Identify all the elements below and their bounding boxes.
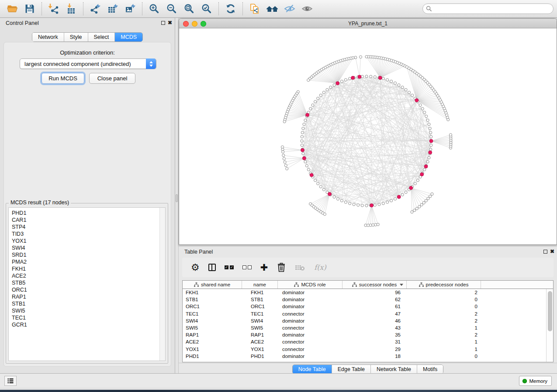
mcds-result-item[interactable]: SRD1 — [9, 251, 159, 258]
refresh-view-button[interactable] — [222, 1, 239, 16]
tab-mcds[interactable]: MCDS — [115, 33, 142, 41]
node-table-header-row: shared name name MCDS role successor nod… — [183, 281, 553, 289]
export-image-button[interactable] — [121, 1, 139, 16]
open-session-button[interactable] — [3, 1, 21, 16]
control-panel-close-button[interactable]: ✖ — [168, 19, 172, 26]
show-columns-button[interactable] — [208, 261, 216, 274]
mcds-result-item[interactable]: PHD1 — [9, 210, 159, 217]
table-row[interactable]: ACE2ACE2connector311 — [183, 338, 553, 345]
add-column-button[interactable]: ✚ — [260, 261, 268, 274]
zoom-out-button[interactable] — [163, 1, 180, 16]
table-row[interactable]: SWI5SWI5connector431 — [183, 324, 553, 331]
table-panel-close-button[interactable]: ✖ — [550, 248, 554, 255]
table-cell: ORC1 — [242, 304, 278, 309]
table-cell: ORC1 — [183, 304, 242, 309]
tab-network[interactable]: Network — [32, 33, 64, 41]
mcds-result-list[interactable]: PHD1CAR1STP4TID3YOX1SWI4SRD1PMA2FKH1ACE2… — [8, 207, 166, 361]
tab-motifs[interactable]: Motifs — [417, 365, 443, 374]
mcds-result-item[interactable]: RAP1 — [9, 293, 159, 300]
zoom-in-button[interactable] — [145, 1, 163, 16]
optimization-criterion-label: Optimization criterion: — [4, 49, 171, 56]
table-cell: SWI5 — [242, 325, 278, 330]
control-panel-float-button[interactable] — [161, 21, 165, 25]
column-header-name[interactable]: name — [242, 281, 278, 289]
node-table-scrollbar[interactable] — [546, 289, 553, 362]
mcds-result-item[interactable]: STP4 — [9, 224, 159, 230]
table-row[interactable]: YOX1YOX1connector291 — [183, 346, 553, 353]
mcds-result-item[interactable]: SWI5 — [9, 307, 159, 314]
column-header-successor-nodes[interactable]: successor nodes — [343, 281, 407, 289]
deselect-all-columns-button[interactable] — [242, 261, 252, 274]
import-network-button[interactable] — [45, 1, 62, 16]
column-header-shared-name[interactable]: shared name — [183, 281, 242, 289]
toolbar-separator — [242, 2, 243, 15]
table-row[interactable]: STB1STB1dominator620 — [183, 296, 553, 303]
mcds-result-item[interactable]: ACE2 — [9, 272, 159, 279]
delete-table-button-disabled[interactable] — [295, 261, 305, 274]
import-table-button[interactable] — [62, 1, 80, 16]
export-table-button[interactable] — [104, 1, 121, 16]
table-cell: STB1 — [183, 297, 242, 302]
tab-select[interactable]: Select — [88, 33, 115, 41]
tab-network-table[interactable]: Network Table — [371, 365, 417, 374]
mcds-result-item[interactable]: TEC1 — [9, 314, 159, 321]
mcds-result-item[interactable]: STB5 — [9, 279, 159, 286]
table-row[interactable]: SWI4SWI4dominator462 — [183, 317, 553, 324]
run-mcds-button[interactable]: Run MCDS — [42, 73, 84, 84]
export-network-button[interactable] — [86, 1, 104, 16]
table-row[interactable]: TEC1TEC1connector472 — [183, 310, 553, 317]
show-all-button[interactable] — [298, 1, 316, 16]
hide-selected-button[interactable] — [281, 1, 298, 16]
panel-splitter[interactable] — [175, 18, 179, 373]
table-panel-float-button[interactable] — [543, 250, 547, 254]
save-session-button[interactable] — [21, 1, 38, 16]
mcds-result-item[interactable]: FKH1 — [9, 265, 159, 272]
mcds-result-item[interactable]: ORC1 — [9, 286, 159, 293]
select-all-columns-button[interactable]: ✓✓ — [225, 261, 234, 274]
table-cell: dominator — [278, 354, 343, 359]
table-row[interactable]: PHD1PHD1dominator180 — [183, 353, 553, 360]
table-cell: SWI4 — [183, 318, 242, 323]
memory-status-button[interactable]: Memory — [519, 376, 552, 386]
task-history-button[interactable] — [4, 376, 17, 386]
function-builder-button-disabled[interactable]: f(x) — [314, 261, 326, 274]
table-settings-button[interactable]: ⚙ — [191, 261, 200, 274]
mcds-result-item[interactable]: PMA2 — [9, 258, 159, 265]
mcds-result-item[interactable]: TID3 — [9, 230, 159, 237]
table-cell: connector — [278, 347, 343, 352]
first-neighbors-button[interactable] — [263, 1, 281, 16]
clone-network-button[interactable] — [246, 1, 263, 16]
table-row[interactable]: ORC1ORC1dominator610 — [183, 303, 553, 310]
table-cell: 31 — [343, 339, 407, 344]
mcds-result-item[interactable]: CAR1 — [9, 217, 159, 224]
column-type-icon — [419, 282, 424, 287]
table-cell: dominator — [278, 318, 343, 323]
mcds-result-item[interactable]: YOX1 — [9, 237, 159, 244]
table-row[interactable]: RAP1RAP1dominator352 — [183, 331, 553, 338]
close-panel-button[interactable]: Close panel — [89, 73, 135, 84]
table-cell: 96 — [343, 290, 407, 295]
network-canvas[interactable] — [179, 28, 557, 244]
optimization-criterion-select[interactable]: largest connected component (undirected) — [20, 58, 156, 69]
tab-node-table[interactable]: Node Table — [293, 365, 332, 374]
mcds-result-item[interactable]: SWI4 — [9, 244, 159, 251]
scrollbar-thumb[interactable] — [548, 291, 552, 331]
column-header-predecessor-nodes[interactable]: predecessor nodes — [407, 281, 481, 289]
column-header-mcds-role[interactable]: MCDS role — [278, 281, 343, 289]
mcds-list-scrollbar[interactable] — [159, 208, 165, 361]
control-panel: Control Panel ✖ Network Style Select MCD… — [0, 18, 175, 373]
delete-column-button[interactable] — [277, 261, 286, 274]
tab-style[interactable]: Style — [64, 33, 88, 41]
mcds-result-item[interactable]: STB1 — [9, 300, 159, 307]
tab-edge-table[interactable]: Edge Table — [332, 365, 371, 374]
zoom-fit-button[interactable] — [180, 1, 198, 16]
save-floppy-icon — [24, 3, 35, 14]
search-icon — [426, 6, 432, 12]
table-cell: RAP1 — [242, 332, 278, 337]
table-cell: STB1 — [242, 297, 278, 302]
network-window-titlebar[interactable]: YPA_prune.txt_1 — [179, 19, 557, 28]
search-input[interactable] — [422, 3, 554, 14]
table-row[interactable]: FKH1FKH1dominator962 — [183, 289, 553, 296]
mcds-result-item[interactable]: GCR1 — [9, 321, 159, 328]
zoom-selected-button[interactable] — [198, 1, 215, 16]
